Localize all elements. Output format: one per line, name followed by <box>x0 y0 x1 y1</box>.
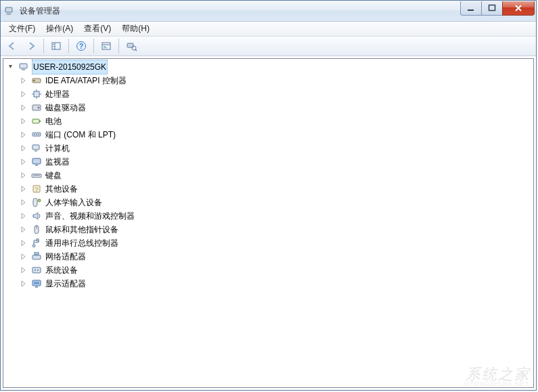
tree-category-label[interactable]: 处理器 <box>44 87 71 101</box>
tree-category-label[interactable]: 监视器 <box>44 155 71 169</box>
svg-rect-0 <box>5 7 12 12</box>
tree-category[interactable]: 计算机 <box>20 141 533 155</box>
menu-help[interactable]: 帮助(H) <box>116 22 155 36</box>
tree-category[interactable]: 声音、视频和游戏控制器 <box>20 209 533 223</box>
svg-rect-14 <box>104 47 107 48</box>
svg-rect-30 <box>39 121 41 122</box>
expand-icon[interactable] <box>20 77 28 85</box>
ide-icon <box>31 75 42 86</box>
expand-icon[interactable] <box>20 158 28 166</box>
tree-category-label[interactable]: 其他设备 <box>44 182 79 196</box>
tree-category[interactable]: 电池 <box>20 114 533 128</box>
svg-rect-48 <box>37 239 39 241</box>
svg-point-34 <box>38 134 39 135</box>
svg-rect-36 <box>35 150 37 152</box>
svg-rect-8 <box>53 46 54 47</box>
menu-file[interactable]: 文件(F) <box>3 22 41 36</box>
tree-category-label[interactable]: 人体学输入设备 <box>44 196 104 209</box>
toolbar-separator <box>43 39 44 53</box>
tree-category-label[interactable]: 键盘 <box>44 169 63 182</box>
collapse-icon[interactable] <box>7 63 16 71</box>
expand-icon[interactable] <box>20 266 28 274</box>
svg-rect-35 <box>32 145 39 150</box>
menubar: 文件(F) 操作(A) 查看(V) 帮助(H) <box>1 22 536 37</box>
expand-icon[interactable] <box>20 104 28 112</box>
usb-icon <box>31 238 42 248</box>
tree-category-label[interactable]: 系统设备 <box>44 263 79 277</box>
tree-category-label[interactable]: 声音、视频和游戏控制器 <box>44 209 136 223</box>
computer-icon <box>19 62 30 72</box>
tree-category[interactable]: 处理器 <box>20 87 533 101</box>
app-icon <box>5 5 16 16</box>
sound-icon <box>31 211 42 221</box>
toolbar-separator <box>68 39 69 53</box>
menu-view[interactable]: 查看(V) <box>79 22 116 36</box>
properties-button[interactable] <box>97 37 115 55</box>
window-title: 设备管理器 <box>20 5 461 17</box>
svg-text:?: ? <box>79 43 83 50</box>
svg-rect-57 <box>35 286 38 288</box>
tree-category[interactable]: 端口 (COM 和 LPT) <box>20 128 533 141</box>
svg-text:?: ? <box>35 186 38 193</box>
svg-rect-49 <box>32 255 41 259</box>
expand-icon[interactable] <box>20 90 28 98</box>
expand-icon[interactable] <box>20 280 28 288</box>
expand-icon[interactable] <box>20 131 28 139</box>
tree-category-label[interactable]: 电池 <box>44 114 63 128</box>
tree-category-label[interactable]: 显示适配器 <box>44 277 87 290</box>
expand-icon[interactable] <box>20 225 28 234</box>
expand-icon[interactable] <box>20 185 28 193</box>
tree-category[interactable]: 人体学输入设备 <box>20 196 533 209</box>
system-icon <box>31 265 42 276</box>
tree-category-label[interactable]: 端口 (COM 和 LPT) <box>44 128 117 141</box>
svg-rect-18 <box>20 64 27 68</box>
tree-category-label[interactable]: 网络适配器 <box>44 250 87 263</box>
tree-category-label[interactable]: IDE ATA/ATAPI 控制器 <box>44 74 128 87</box>
cpu-icon <box>31 89 42 100</box>
tree-root[interactable]: USER-20150925GK IDE ATA/ATAPI 控制器 处理器 磁盘… <box>7 60 533 290</box>
tree-category[interactable]: 显示适配器 <box>20 277 533 290</box>
svg-rect-29 <box>32 119 39 123</box>
svg-point-28 <box>38 107 40 109</box>
computer-icon <box>31 143 42 154</box>
expand-icon[interactable] <box>20 117 28 125</box>
scan-hardware-button[interactable] <box>122 37 140 55</box>
close-button[interactable] <box>502 1 535 16</box>
device-tree-panel[interactable]: USER-20150925GK IDE ATA/ATAPI 控制器 处理器 磁盘… <box>3 58 534 388</box>
help-button[interactable]: ? <box>72 37 90 55</box>
tree-category[interactable]: ? 其他设备 <box>20 182 533 196</box>
network-icon <box>31 251 42 262</box>
svg-rect-56 <box>34 282 39 284</box>
expand-icon[interactable] <box>20 198 28 206</box>
tree-category-label[interactable]: 计算机 <box>44 141 71 155</box>
forward-button[interactable] <box>22 37 40 55</box>
minimize-button[interactable] <box>460 1 482 16</box>
maximize-button[interactable] <box>481 1 503 16</box>
menu-action[interactable]: 操作(A) <box>41 22 79 36</box>
tree-category[interactable]: 监视器 <box>20 155 533 169</box>
show-hide-console-tree-button[interactable] <box>47 37 65 55</box>
tree-category[interactable]: 键盘 <box>20 169 533 182</box>
tree-root-label[interactable]: USER-20150925GK <box>32 60 108 74</box>
tree-category-label[interactable]: 鼠标和其他指针设备 <box>44 223 120 236</box>
keyboard-icon <box>31 170 42 181</box>
back-button[interactable] <box>3 37 21 55</box>
titlebar: 设备管理器 <box>1 1 536 22</box>
tree-category[interactable]: 系统设备 <box>20 263 533 277</box>
expand-icon[interactable] <box>20 212 28 220</box>
svg-rect-43 <box>33 198 37 206</box>
svg-point-53 <box>35 269 36 271</box>
tree-category[interactable]: 通用串行总线控制器 <box>20 236 533 250</box>
svg-rect-37 <box>32 158 41 164</box>
toolbar: ? <box>1 37 536 56</box>
expand-icon[interactable] <box>20 171 28 179</box>
tree-category[interactable]: 网络适配器 <box>20 250 533 263</box>
tree-category[interactable]: 鼠标和其他指针设备 <box>20 223 533 236</box>
tree-category-label[interactable]: 磁盘驱动器 <box>44 101 87 114</box>
expand-icon[interactable] <box>20 253 28 261</box>
tree-category-label[interactable]: 通用串行总线控制器 <box>44 236 120 250</box>
expand-icon[interactable] <box>20 144 28 152</box>
tree-category[interactable]: IDE ATA/ATAPI 控制器 <box>20 74 533 87</box>
expand-icon[interactable] <box>20 239 28 247</box>
tree-category[interactable]: 磁盘驱动器 <box>20 101 533 114</box>
